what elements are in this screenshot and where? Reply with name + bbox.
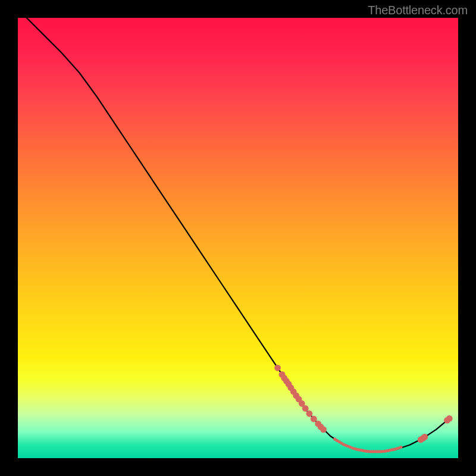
- attribution-label: TheBottleneck.com: [368, 4, 468, 17]
- data-point: [311, 416, 317, 422]
- data-point: [274, 365, 281, 371]
- data-point: [421, 434, 428, 440]
- plot-area: [18, 18, 458, 458]
- data-point: [320, 427, 327, 433]
- curve-line: [27, 18, 449, 452]
- data-point: [302, 405, 309, 412]
- chart-stage: TheBottleneck.com: [0, 0, 476, 476]
- data-point: [399, 446, 402, 449]
- chart-svg: [18, 18, 458, 458]
- data-point: [306, 411, 312, 417]
- data-point: [446, 415, 453, 422]
